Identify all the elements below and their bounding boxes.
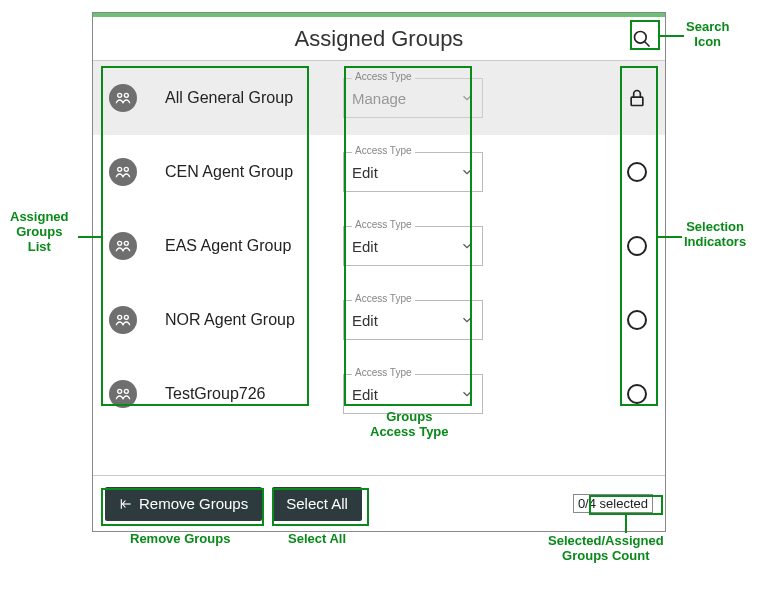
assigned-groups-list: All General GroupAccess TypeManageCEN Ag… [93, 61, 665, 431]
group-icon [109, 84, 137, 112]
svg-rect-4 [631, 97, 643, 105]
chevron-down-icon [460, 239, 474, 253]
chevron-down-icon [460, 387, 474, 401]
svg-line-1 [645, 42, 650, 47]
access-type-label: Access Type [352, 145, 415, 156]
access-type-cell: Access TypeEdit [343, 226, 483, 266]
access-type-cell: Access TypeEdit [343, 374, 483, 414]
svg-point-8 [124, 241, 128, 245]
access-type-select[interactable]: Access TypeEdit [343, 300, 483, 340]
group-name: NOR Agent Group [165, 311, 335, 329]
group-name: CEN Agent Group [165, 163, 335, 181]
group-icon [109, 232, 137, 260]
svg-point-0 [635, 32, 647, 44]
panel-header: Assigned Groups [93, 17, 665, 61]
chevron-down-icon [460, 165, 474, 179]
svg-point-12 [124, 389, 128, 393]
access-type-select[interactable]: Access TypeEdit [343, 374, 483, 414]
access-type-cell: Access TypeManage [343, 78, 483, 118]
svg-point-11 [118, 389, 122, 393]
group-icon [109, 158, 137, 186]
access-type-label: Access Type [352, 219, 415, 230]
panel-footer: Remove Groups Select All 0/4 selected [93, 475, 665, 531]
search-button[interactable] [629, 26, 655, 52]
remove-groups-label: Remove Groups [139, 495, 248, 512]
select-all-button[interactable]: Select All [272, 487, 362, 521]
list-item: CEN Agent GroupAccess TypeEdit [93, 135, 665, 209]
access-type-select: Access TypeManage [343, 78, 483, 118]
list-item: All General GroupAccess TypeManage [93, 61, 665, 135]
access-type-label: Access Type [352, 71, 415, 82]
access-type-value: Manage [352, 90, 406, 107]
search-icon [632, 29, 652, 49]
access-type-select[interactable]: Access TypeEdit [343, 226, 483, 266]
svg-point-9 [118, 315, 122, 319]
access-type-cell: Access TypeEdit [343, 152, 483, 192]
selection-indicator[interactable] [625, 234, 649, 258]
chevron-down-icon [460, 91, 474, 105]
group-name: All General Group [165, 89, 335, 107]
remove-arrow-icon [119, 497, 133, 511]
select-all-label: Select All [286, 495, 348, 512]
svg-point-6 [124, 167, 128, 171]
group-name: TestGroup726 [165, 385, 335, 403]
group-name: EAS Agent Group [165, 237, 335, 255]
chevron-down-icon [460, 313, 474, 327]
access-type-value: Edit [352, 386, 378, 403]
access-type-value: Edit [352, 238, 378, 255]
selection-indicator[interactable] [625, 382, 649, 406]
svg-point-3 [124, 93, 128, 97]
list-item: EAS Agent GroupAccess TypeEdit [93, 209, 665, 283]
svg-point-10 [124, 315, 128, 319]
access-type-select[interactable]: Access TypeEdit [343, 152, 483, 192]
list-item: TestGroup726Access TypeEdit [93, 357, 665, 431]
selection-indicator[interactable] [625, 308, 649, 332]
remove-groups-button[interactable]: Remove Groups [105, 487, 262, 521]
list-item: NOR Agent GroupAccess TypeEdit [93, 283, 665, 357]
group-icon [109, 306, 137, 334]
access-type-value: Edit [352, 164, 378, 181]
page-title: Assigned Groups [295, 26, 464, 52]
assigned-groups-panel: Assigned Groups All General GroupAccess … [92, 12, 666, 532]
access-type-value: Edit [352, 312, 378, 329]
svg-point-2 [118, 93, 122, 97]
svg-point-7 [118, 241, 122, 245]
svg-point-5 [118, 167, 122, 171]
access-type-cell: Access TypeEdit [343, 300, 483, 340]
access-type-label: Access Type [352, 367, 415, 378]
group-icon [109, 380, 137, 408]
selection-indicator[interactable] [625, 160, 649, 184]
lock-icon [625, 86, 649, 110]
selected-count: 0/4 selected [573, 494, 653, 513]
access-type-label: Access Type [352, 293, 415, 304]
